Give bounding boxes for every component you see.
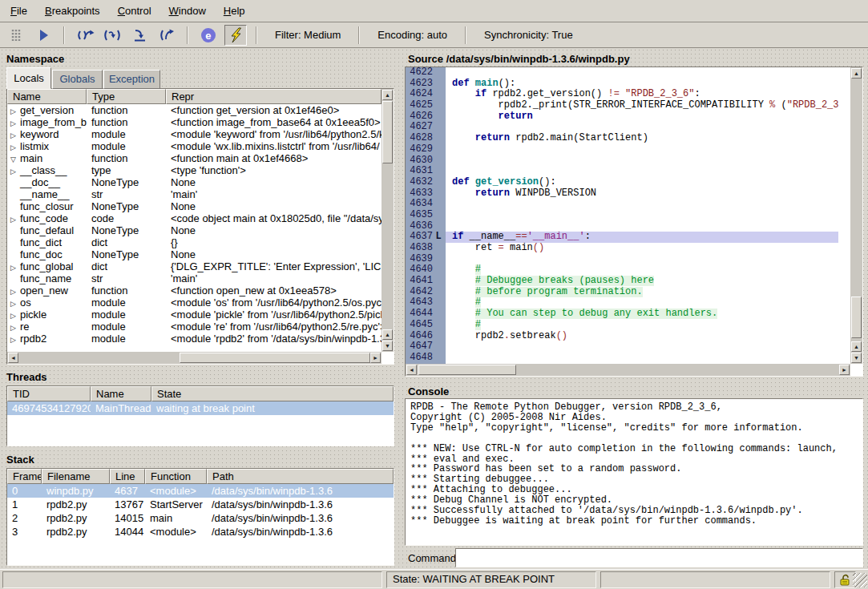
namespace-row[interactable]: ▷__class__ type <type 'function'> [7, 164, 382, 176]
menu-control[interactable]: Control [109, 1, 160, 22]
break-button[interactable] [5, 25, 27, 46]
column-header-frame[interactable]: Frame [7, 469, 42, 484]
menu-help[interactable]: Help [215, 1, 254, 22]
line-number-gutter[interactable]: 4641 [406, 276, 446, 287]
line-number-gutter[interactable]: 4634 [406, 199, 446, 210]
scroll-up-icon[interactable]: ▲ [851, 341, 862, 352]
namespace-hscrollbar[interactable]: ◄ ► [7, 352, 382, 364]
line-number-gutter[interactable]: 4648 [406, 353, 446, 364]
namespace-hscroll-thumb[interactable] [180, 353, 370, 363]
line-number-gutter[interactable]: 4629 [406, 144, 446, 155]
column-header-repr[interactable]: Repr [166, 89, 382, 104]
namespace-row[interactable]: ▷re module <module 're' from '/usr/lib64… [7, 321, 382, 333]
column-header-tid[interactable]: TID [7, 386, 91, 401]
line-number-gutter[interactable]: 4622 [406, 67, 446, 79]
source-vscrollbar[interactable]: ▲ ▲ ▼ [850, 67, 862, 364]
menu-window[interactable]: Window [160, 1, 215, 22]
filter-toggle[interactable]: Filter: Medium [264, 29, 352, 41]
expander-icon[interactable]: ▷ [9, 106, 20, 116]
namespace-row[interactable]: ▷listmix module <module 'wx.lib.mixins.l… [7, 140, 382, 152]
namespace-row[interactable]: ▷pickle module <module 'pickle' from '/u… [7, 309, 382, 321]
line-number-gutter[interactable]: 4631 [406, 166, 446, 177]
line-number-gutter[interactable]: 4630 [406, 155, 446, 167]
next-button[interactable] [74, 25, 96, 46]
expander-icon[interactable]: ▷ [9, 142, 20, 152]
scroll-right-icon[interactable]: ► [839, 365, 850, 375]
line-number-gutter[interactable]: 4638 [406, 243, 446, 254]
line-number-gutter[interactable]: 4644 [406, 309, 446, 320]
encoding-toggle[interactable]: Encoding: auto [366, 29, 458, 41]
scroll-down-icon[interactable]: ▼ [382, 341, 393, 351]
line-number-gutter[interactable]: 4623 [406, 79, 446, 90]
resize-grip[interactable] [853, 573, 867, 587]
line-number-gutter[interactable]: 4633 [406, 188, 446, 200]
scroll-up-icon[interactable]: ▲ [851, 68, 862, 79]
namespace-row[interactable]: ▷open_new function <function open_new at… [7, 284, 382, 297]
line-number-gutter[interactable]: 4628 [406, 133, 446, 144]
expander-icon[interactable]: ▷ [9, 298, 20, 309]
expander-icon[interactable]: ▷ [9, 262, 20, 272]
column-header-filename[interactable]: Filename [42, 469, 110, 484]
goto-button[interactable] [128, 25, 151, 46]
column-header-line[interactable]: Line [110, 469, 145, 484]
column-header-path[interactable]: Path [207, 469, 394, 484]
expander-icon[interactable]: ▽ [9, 154, 20, 164]
column-header-name[interactable]: Name [7, 89, 87, 104]
scroll-left-icon[interactable]: ◄ [406, 365, 417, 375]
synchronicity-toggle[interactable]: Synchronicity: True [473, 29, 584, 41]
scroll-left-icon[interactable]: ◄ [8, 353, 18, 363]
step-into-button[interactable] [101, 25, 123, 46]
expander-icon[interactable]: ▷ [9, 214, 20, 224]
analyze-exception-button[interactable]: e [197, 25, 220, 46]
line-number-gutter[interactable]: 4642 [406, 287, 446, 298]
line-number-gutter[interactable]: 4640 [406, 264, 446, 276]
line-number-gutter[interactable]: 4646 [406, 331, 446, 342]
expander-icon[interactable]: ▷ [9, 118, 20, 128]
command-input[interactable] [455, 548, 863, 567]
line-number-gutter[interactable]: 4624 [406, 89, 446, 100]
expander-icon[interactable]: ▷ [9, 310, 20, 321]
stack-frame-row[interactable]: 2 rpdb2.py 14015 main /data/sys/bin/winp… [7, 511, 394, 525]
column-header-name[interactable]: Name [91, 386, 151, 401]
source-hscroll-thumb[interactable] [418, 365, 516, 375]
go-button[interactable] [32, 25, 55, 46]
thread-row[interactable]: 46974534127920 MainThread waiting at bre… [7, 401, 394, 415]
source-hscrollbar[interactable]: ◄ ► [406, 364, 850, 376]
namespace-row[interactable]: ▷rpdb2 module <module 'rpdb2' from '/dat… [7, 333, 382, 345]
line-number-gutter[interactable]: 4643 [406, 297, 446, 309]
column-header-function[interactable]: Function [145, 469, 207, 484]
namespace-row[interactable]: ▷get_version function <function get_vers… [7, 104, 382, 116]
expander-icon[interactable]: ▷ [9, 286, 20, 297]
return-button[interactable] [155, 25, 178, 46]
line-number-gutter[interactable]: 4647 [406, 341, 446, 353]
line-number-gutter[interactable]: 4627 [406, 122, 446, 133]
namespace-row[interactable]: __name__ str 'main' [7, 188, 382, 200]
expander-icon[interactable]: ▷ [9, 130, 20, 140]
namespace-row[interactable]: func_doc NoneType None [7, 248, 382, 260]
namespace-row[interactable]: ▷keyword module <module 'keyword' from '… [7, 128, 382, 140]
stack-frame-row[interactable]: 0 winpdb.py 4637 <module> /data/sys/bin/… [7, 484, 394, 498]
stack-frame-row[interactable]: 3 rpdb2.py 14044 <module> /data/sys/bin/… [7, 525, 394, 539]
expander-icon[interactable]: ▷ [9, 322, 20, 333]
menu-breakpoints[interactable]: Breakpoints [36, 1, 109, 22]
line-number-gutter[interactable]: 4637L [406, 232, 446, 243]
line-number-gutter[interactable]: 4639 [406, 254, 446, 265]
trap-exceptions-button[interactable] [224, 25, 247, 46]
menu-file[interactable]: File [2, 1, 36, 22]
scroll-up-icon[interactable]: ▲ [382, 90, 393, 100]
stack-frame-row[interactable]: 1 rpdb2.py 13767 StartServer /data/sys/b… [7, 498, 394, 511]
scroll-down-icon[interactable]: ▼ [851, 353, 862, 363]
namespace-row[interactable]: ▷image_from_b function <function image_f… [7, 116, 382, 128]
scroll-right-icon[interactable]: ► [370, 353, 381, 363]
column-header-state[interactable]: State [151, 386, 394, 401]
line-number-gutter[interactable]: 4635 [406, 210, 446, 221]
namespace-row[interactable]: func_name str 'main' [7, 272, 382, 284]
line-number-gutter[interactable]: 4625 [406, 100, 446, 111]
column-header-type[interactable]: Type [87, 89, 166, 104]
expander-icon[interactable]: ▷ [9, 334, 20, 345]
namespace-vscrollbar[interactable]: ▲ ▲ ▼ [382, 89, 394, 352]
expander-icon[interactable]: ▷ [9, 166, 20, 176]
tab-exception[interactable]: Exception [103, 70, 160, 89]
namespace-vscroll-thumb[interactable] [382, 101, 393, 163]
namespace-row[interactable]: func_dict dict {} [7, 236, 382, 248]
